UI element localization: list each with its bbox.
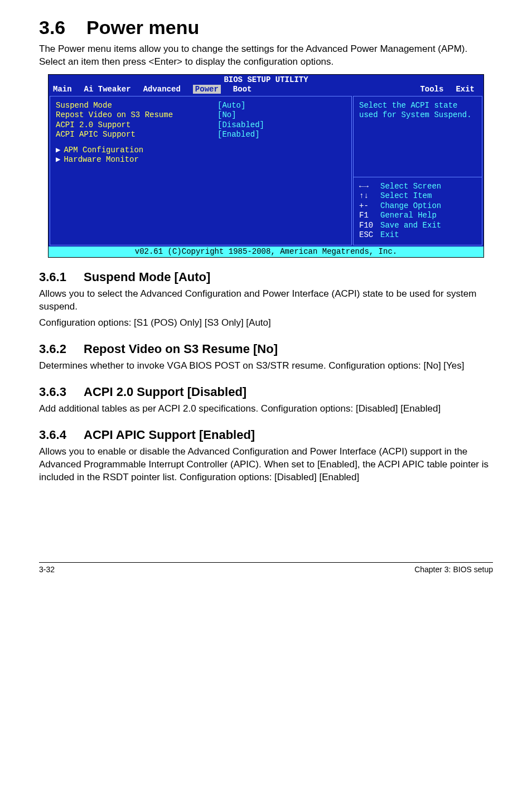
key-desc: General Help (380, 211, 437, 220)
key-glyph: F1 (359, 211, 380, 221)
key-desc: Save and Exit (380, 221, 441, 230)
key-row: ↑↓Select Item (359, 191, 476, 201)
row-label: Suspend Mode (56, 101, 217, 111)
key-row: ←→Select Screen (359, 182, 476, 192)
row-label: ACPI APIC Support (56, 130, 217, 140)
menu-power[interactable]: Power (193, 85, 233, 95)
page-number: 3-32 (39, 565, 55, 574)
bios-row-acpi20[interactable]: ACPI 2.0 Support[Disabled] (56, 120, 346, 131)
bios-keys: ←→Select Screen ↑↓Select Item +-Change O… (354, 177, 482, 245)
menu-advanced[interactable]: Advanced (143, 85, 193, 95)
chapter-label: Chapter 3: BIOS setup (414, 565, 493, 574)
key-row: F1General Help (359, 211, 476, 221)
row-value: [Disabled] (217, 120, 264, 131)
subsection-num: 3.6.2 (39, 342, 84, 356)
bios-screenshot: BIOS SETUP UTILITY Main Ai Tweaker Advan… (48, 74, 484, 258)
bios-row-acpiapic[interactable]: ACPI APIC Support[Enabled] (56, 130, 346, 140)
subsection-362: 3.6.2Repost Video on S3 Resume [No] (39, 342, 493, 356)
bios-submenu-apm[interactable]: ▶APM Configuration (56, 146, 346, 156)
subsection-363: 3.6.3ACPI 2.0 Support [Disabled] (39, 385, 493, 399)
key-glyph: +- (359, 201, 380, 211)
row-value: [Auto] (217, 101, 245, 111)
menu-tools[interactable]: Tools (420, 85, 456, 95)
submenu-label: APM Configuration (64, 146, 143, 156)
key-glyph: ←→ (359, 182, 380, 192)
key-desc: Change Option (380, 201, 441, 210)
key-glyph: ESC (359, 230, 380, 240)
bios-row-repost[interactable]: Repost Video on S3 Resume[No] (56, 110, 346, 120)
subsection-361: 3.6.1Suspend Mode [Auto] (39, 270, 493, 284)
subsection-num: 3.6.3 (39, 385, 84, 399)
menu-main[interactable]: Main (53, 85, 84, 95)
row-value: [No] (217, 110, 236, 120)
triangle-icon: ▶ (56, 146, 64, 156)
body-text: Allows you to enable or disable the Adva… (39, 446, 493, 484)
bios-left-pane: Suspend Mode[Auto] Repost Video on S3 Re… (50, 96, 352, 245)
subsection-title: ACPI 2.0 Support [Disabled] (84, 385, 246, 399)
menu-power-selected: Power (193, 85, 221, 94)
key-row: F10Save and Exit (359, 221, 476, 231)
bios-right-pane: Select the ACPI state used for System Su… (353, 96, 482, 245)
bios-help-text: Select the ACPI state used for System Su… (354, 96, 482, 177)
key-row: ESCExit (359, 230, 476, 240)
row-value: [Enabled] (217, 130, 260, 140)
key-desc: Select Screen (380, 182, 441, 191)
subsection-num: 3.6.1 (39, 270, 84, 284)
menu-exit[interactable]: Exit (456, 85, 479, 95)
bios-row-suspend[interactable]: Suspend Mode[Auto] (56, 101, 346, 111)
body-text: Allows you to select the Advanced Config… (39, 288, 493, 313)
subsection-364: 3.6.4ACPI APIC Support [Enabled] (39, 428, 493, 442)
key-desc: Exit (380, 230, 399, 239)
subsection-num: 3.6.4 (39, 428, 84, 442)
submenu-label: Hardware Monitor (64, 155, 138, 165)
section-number: 3.6 (39, 17, 65, 38)
key-glyph: F10 (359, 221, 380, 231)
body-text: Determines whether to invoke VGA BIOS PO… (39, 360, 493, 373)
bios-header: BIOS SETUP UTILITY (49, 75, 483, 85)
subsection-title: Repost Video on S3 Resume [No] (84, 342, 278, 356)
menu-boot[interactable]: Boot (233, 85, 264, 95)
triangle-icon: ▶ (56, 155, 64, 165)
row-label: ACPI 2.0 Support (56, 120, 217, 131)
key-row: +-Change Option (359, 201, 476, 211)
key-glyph: ↑↓ (359, 191, 380, 201)
subsection-title: ACPI APIC Support [Enabled] (84, 428, 255, 442)
body-text: Add additional tables as per ACPI 2.0 sp… (39, 403, 493, 416)
section-name: Power menu (86, 17, 199, 38)
bios-menubar: Main Ai Tweaker Advanced Power Boot Tool… (49, 85, 483, 96)
body-text: Configuration options: [S1 (POS) Only] [… (39, 317, 493, 330)
page-footer: 3-32 Chapter 3: BIOS setup (39, 562, 493, 574)
row-label: Repost Video on S3 Resume (56, 110, 217, 120)
intro-text: The Power menu items allow you to change… (39, 43, 493, 69)
bios-submenu-hwmon[interactable]: ▶Hardware Monitor (56, 155, 346, 165)
bios-footer: v02.61 (C)Copyright 1985-2008, American … (49, 247, 483, 258)
section-title: 3.6 Power menu (39, 17, 493, 38)
menu-aitweaker[interactable]: Ai Tweaker (84, 85, 143, 95)
key-desc: Select Item (380, 191, 432, 200)
subsection-title: Suspend Mode [Auto] (84, 270, 210, 284)
